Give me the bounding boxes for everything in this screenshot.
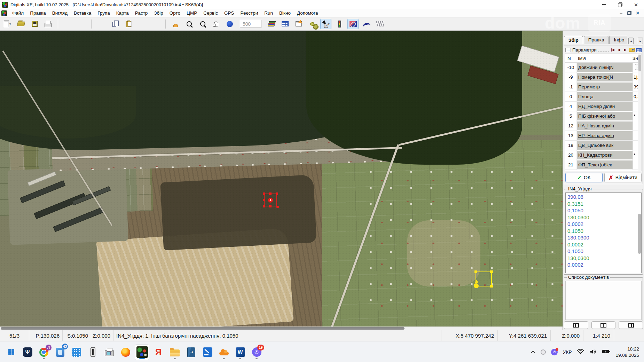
taskbar-viber[interactable]: 19: [250, 345, 264, 360]
documents-list[interactable]: [565, 281, 642, 320]
wifi-icon[interactable]: [577, 349, 584, 356]
raster-clip-button[interactable]: [347, 19, 359, 29]
params-scrollbar[interactable]: [638, 54, 642, 171]
mdi-restore-button[interactable]: [626, 10, 633, 16]
viber-tray-icon[interactable]: [551, 349, 558, 355]
ugiddya-list[interactable]: 390,080,31510,1050130,03000,00020,105013…: [565, 192, 642, 273]
menu-item[interactable]: Карта: [113, 10, 132, 16]
taskbar-abbyy[interactable]: [151, 345, 165, 360]
menu-item[interactable]: Група: [94, 10, 113, 16]
taskbar-archive[interactable]: [86, 345, 100, 360]
snap-tool-button[interactable]: [170, 19, 181, 29]
param-row[interactable]: 0Площа0,3: [565, 92, 642, 102]
clock[interactable]: 18:22 19.08.2025: [615, 346, 639, 358]
taskbar-explorer[interactable]: [168, 345, 182, 360]
param-row[interactable]: -1Периметр390: [565, 82, 642, 92]
parcel-marker[interactable]: [476, 272, 492, 286]
new-document-button[interactable]: ▾: [2, 19, 13, 29]
save-file-button[interactable]: [29, 19, 40, 29]
paste-button[interactable]: [123, 19, 134, 29]
menu-item[interactable]: Вікно: [276, 10, 294, 16]
tab-2[interactable]: Правка: [584, 36, 609, 44]
apply-check-button[interactable]: [136, 19, 148, 29]
settings-gears-button[interactable]: [307, 19, 318, 29]
close-button[interactable]: [628, 0, 644, 9]
taskbar-cloud[interactable]: [217, 345, 231, 360]
table-mode-icon[interactable]: [636, 48, 642, 52]
open-file-button[interactable]: [15, 19, 26, 29]
minimize-button[interactable]: [596, 0, 612, 9]
forward-arrow-button[interactable]: [150, 19, 161, 29]
map-viewport[interactable]: +: [0, 31, 563, 330]
param-row[interactable]: 12НА_Назва адмін: [565, 121, 642, 131]
split-left-button[interactable]: [564, 321, 588, 329]
menu-item[interactable]: GPS: [221, 10, 237, 16]
tabs-scroll-left-icon[interactable]: ◂: [628, 38, 634, 44]
menu-item[interactable]: Растр: [132, 10, 151, 16]
map-horizontal-scrollbar[interactable]: [0, 326, 563, 330]
menu-item[interactable]: Правка: [27, 10, 49, 16]
param-row[interactable]: 21ФП_Текст(об'єк: [565, 160, 642, 170]
menu-item[interactable]: Реєстри: [237, 10, 261, 16]
taskbar-digitals[interactable]: [135, 345, 149, 360]
tab-3[interactable]: Інфо: [609, 36, 627, 44]
menu-item[interactable]: Збір: [151, 10, 166, 16]
tab-1[interactable]: Збір: [564, 36, 583, 44]
param-row[interactable]: 20КН_Кадастрови*: [565, 150, 642, 160]
taskbar-calendar[interactable]: [70, 345, 84, 360]
taskbar-start[interactable]: [4, 345, 18, 360]
menu-item[interactable]: Файл: [9, 10, 27, 16]
cut-button[interactable]: [96, 19, 107, 29]
prev-record-icon[interactable]: ◀: [616, 48, 621, 52]
hidden-apps-icon[interactable]: [541, 349, 546, 355]
vertex-handle[interactable]: [474, 283, 479, 288]
zoom-level-input[interactable]: [240, 20, 261, 28]
layers-button[interactable]: [266, 19, 277, 29]
param-row[interactable]: 13НР_Назва адмін: [565, 131, 642, 141]
traffic-light-button[interactable]: [334, 19, 345, 29]
chevron-up-icon[interactable]: [531, 351, 535, 355]
curve-tool-button[interactable]: [361, 19, 372, 29]
ok-button[interactable]: ✓ OK: [565, 173, 603, 182]
copy-button[interactable]: [109, 19, 120, 29]
param-row[interactable]: 19ЦВ_Цільове вик: [565, 141, 642, 150]
menu-item[interactable]: Вигляд: [49, 10, 71, 16]
menu-item[interactable]: Орто: [166, 10, 183, 16]
scrollbar-thumb[interactable]: [1, 327, 405, 330]
taskbar-firefox[interactable]: [119, 345, 133, 360]
ugiddya-scrollbar[interactable]: [638, 214, 641, 254]
zoom-out-button[interactable]: [197, 19, 208, 29]
next-record-icon[interactable]: ▶: [623, 48, 628, 52]
mdi-close-button[interactable]: ×: [634, 10, 641, 16]
battery-icon[interactable]: [602, 349, 610, 355]
taskbar-app43[interactable]: 43: [53, 345, 67, 360]
taskbar-printer[interactable]: [102, 345, 116, 360]
pan-hand-button[interactable]: [211, 19, 222, 29]
split-center-button[interactable]: [591, 321, 616, 329]
cancel-button[interactable]: ✗ Відмінити: [604, 173, 642, 182]
param-row[interactable]: 4НД_Номер ділян: [565, 102, 642, 111]
volume-icon[interactable]: [589, 349, 597, 356]
new-folder-icon[interactable]: [629, 48, 635, 52]
taskbar-scanner[interactable]: [201, 345, 214, 360]
menu-item[interactable]: Допомога: [294, 10, 321, 16]
zoom-in-button[interactable]: [183, 19, 195, 29]
mdi-minimize-button[interactable]: –: [618, 10, 625, 16]
param-row[interactable]: -10Довжини ліній[N…: [565, 63, 642, 72]
first-record-icon[interactable]: |◀: [610, 48, 615, 52]
taskbar-book[interactable]: [184, 345, 198, 360]
taskbar-chrome[interactable]: Л: [37, 345, 51, 360]
print-button[interactable]: [42, 19, 54, 29]
object-properties-button[interactable]: [293, 19, 304, 29]
hatch-tool-button[interactable]: [375, 19, 386, 29]
taskbar-word[interactable]: [233, 345, 247, 360]
select-tool-button[interactable]: ▾: [320, 19, 331, 29]
ellipsis-toggle-button[interactable]: …: [565, 48, 571, 52]
selected-object-marker[interactable]: +: [264, 194, 277, 206]
restore-button[interactable]: [612, 0, 628, 9]
taskbar-diia[interactable]: [21, 345, 34, 360]
undo-button[interactable]: [62, 19, 73, 29]
menu-item[interactable]: Run: [261, 10, 276, 16]
info-button[interactable]: [224, 19, 235, 29]
menu-item[interactable]: ЦМР: [183, 10, 200, 16]
